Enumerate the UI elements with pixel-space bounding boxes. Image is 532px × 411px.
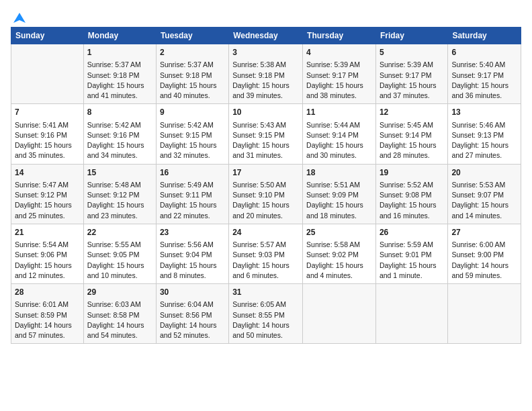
day-info: Sunset: 9:14 PM — [380, 130, 444, 140]
calendar-cell: 16Sunrise: 5:49 AMSunset: 9:11 PMDayligh… — [156, 164, 228, 224]
day-info: Sunrise: 5:45 AM — [380, 120, 444, 130]
day-info: Sunset: 9:16 PM — [15, 130, 80, 140]
day-info: Daylight: 15 hours — [87, 261, 152, 271]
day-info: Daylight: 14 hours — [160, 320, 225, 330]
day-info: and 40 minutes. — [160, 91, 225, 101]
day-info: Daylight: 15 hours — [15, 200, 80, 210]
day-info: Daylight: 15 hours — [380, 200, 444, 210]
day-number: 19 — [380, 167, 444, 179]
day-info: and 27 minutes. — [451, 150, 517, 161]
calendar-cell: 10Sunrise: 5:43 AMSunset: 9:15 PMDayligh… — [229, 104, 303, 164]
day-info: Daylight: 15 hours — [380, 261, 444, 271]
day-info: Sunset: 9:11 PM — [160, 190, 225, 200]
day-info: and 1 minute. — [380, 271, 444, 281]
day-info: and 52 minutes. — [160, 330, 225, 340]
day-number: 15 — [87, 167, 152, 179]
day-info: Sunset: 9:13 PM — [451, 130, 517, 140]
calendar-cell: 9Sunrise: 5:42 AMSunset: 9:15 PMDaylight… — [156, 104, 228, 164]
day-info: Daylight: 15 hours — [160, 200, 225, 210]
calendar-cell: 13Sunrise: 5:46 AMSunset: 9:13 PMDayligh… — [448, 104, 521, 164]
day-number: 30 — [160, 287, 225, 298]
day-number: 18 — [306, 167, 372, 179]
day-info: Sunset: 9:18 PM — [232, 71, 299, 81]
day-number: 22 — [87, 227, 152, 238]
day-info: Sunset: 9:15 PM — [160, 130, 225, 140]
day-number: 28 — [15, 287, 80, 298]
day-info: Daylight: 15 hours — [451, 200, 517, 210]
day-info: Sunrise: 5:50 AM — [232, 180, 299, 190]
page-header — [11, 11, 521, 21]
calendar-cell: 5Sunrise: 5:39 AMSunset: 9:17 PMDaylight… — [375, 44, 447, 104]
calendar-cell: 19Sunrise: 5:52 AMSunset: 9:08 PMDayligh… — [375, 164, 447, 224]
day-info: and 28 minutes. — [380, 150, 444, 161]
header-cell-saturday: Saturday — [448, 28, 521, 44]
day-info: Sunrise: 5:42 AM — [160, 120, 225, 130]
day-info: Daylight: 14 hours — [451, 261, 517, 271]
calendar-cell: 18Sunrise: 5:51 AMSunset: 9:09 PMDayligh… — [303, 164, 376, 224]
week-row-2: 7Sunrise: 5:41 AMSunset: 9:16 PMDaylight… — [11, 104, 521, 164]
day-info: Sunset: 9:12 PM — [87, 190, 152, 200]
calendar-cell: 20Sunrise: 5:53 AMSunset: 9:07 PMDayligh… — [448, 164, 521, 224]
day-number: 2 — [160, 47, 225, 58]
day-number: 13 — [451, 107, 517, 118]
logo — [11, 11, 27, 21]
day-info: and 59 minutes. — [451, 271, 517, 281]
calendar-cell: 22Sunrise: 5:55 AMSunset: 9:05 PMDayligh… — [83, 224, 156, 283]
day-info: Sunrise: 5:58 AM — [306, 240, 372, 250]
calendar-cell — [375, 284, 447, 344]
logo-icon — [12, 11, 27, 26]
day-info: and 32 minutes. — [160, 150, 225, 161]
day-info: and 50 minutes. — [232, 330, 299, 340]
day-info: Sunset: 9:09 PM — [306, 190, 372, 200]
calendar-cell: 17Sunrise: 5:50 AMSunset: 9:10 PMDayligh… — [229, 164, 303, 224]
day-number: 25 — [306, 227, 372, 238]
day-info: and 41 minutes. — [87, 91, 152, 101]
day-info: and 30 minutes. — [306, 150, 372, 161]
day-info: Sunrise: 6:03 AM — [87, 300, 152, 310]
day-number: 3 — [232, 47, 299, 58]
day-info: Sunrise: 6:04 AM — [160, 300, 225, 310]
day-info: and 22 minutes. — [160, 211, 225, 221]
day-info: Daylight: 15 hours — [451, 81, 517, 91]
header-cell-tuesday: Tuesday — [156, 28, 228, 44]
day-info: Sunset: 9:16 PM — [87, 130, 152, 140]
day-number: 27 — [451, 227, 517, 238]
day-info: Sunset: 9:07 PM — [451, 190, 517, 200]
day-info: Sunrise: 5:52 AM — [380, 180, 444, 190]
day-info: Sunrise: 5:53 AM — [451, 180, 517, 190]
day-info: Sunrise: 5:37 AM — [87, 60, 152, 70]
day-number: 1 — [87, 47, 152, 58]
day-info: Sunset: 9:06 PM — [15, 250, 80, 260]
day-number: 6 — [451, 47, 517, 58]
calendar-cell: 15Sunrise: 5:48 AMSunset: 9:12 PMDayligh… — [83, 164, 156, 224]
day-info: and 16 minutes. — [380, 211, 444, 221]
day-info: Sunset: 8:56 PM — [160, 310, 225, 320]
day-info: Sunrise: 5:49 AM — [160, 180, 225, 190]
calendar-cell: 29Sunrise: 6:03 AMSunset: 8:58 PMDayligh… — [83, 284, 156, 344]
day-info: Sunset: 9:17 PM — [451, 71, 517, 81]
day-info: Daylight: 15 hours — [87, 200, 152, 210]
day-info: Sunrise: 5:59 AM — [380, 240, 444, 250]
day-info: Daylight: 14 hours — [87, 320, 152, 330]
day-info: Daylight: 15 hours — [306, 200, 372, 210]
day-info: and 57 minutes. — [15, 330, 80, 340]
day-info: Sunrise: 5:40 AM — [451, 60, 517, 70]
day-info: Daylight: 15 hours — [380, 81, 444, 91]
day-info: Sunset: 9:04 PM — [160, 250, 225, 260]
header-cell-monday: Monday — [83, 28, 156, 44]
calendar-cell — [303, 284, 376, 344]
day-info: and 36 minutes. — [451, 91, 517, 101]
day-info: Sunrise: 5:39 AM — [306, 60, 372, 70]
calendar-cell: 11Sunrise: 5:44 AMSunset: 9:14 PMDayligh… — [303, 104, 376, 164]
day-info: Daylight: 15 hours — [232, 261, 299, 271]
day-info: and 12 minutes. — [15, 271, 80, 281]
day-number: 21 — [15, 227, 80, 238]
day-number: 7 — [15, 107, 80, 118]
calendar-header: SundayMondayTuesdayWednesdayThursdayFrid… — [11, 28, 521, 44]
day-info: Sunset: 9:17 PM — [380, 71, 444, 81]
day-info: Sunset: 9:08 PM — [380, 190, 444, 200]
calendar-cell: 2Sunrise: 5:37 AMSunset: 9:18 PMDaylight… — [156, 44, 228, 104]
day-info: and 25 minutes. — [15, 211, 80, 221]
day-info: Sunset: 9:18 PM — [160, 71, 225, 81]
day-info: Daylight: 15 hours — [232, 200, 299, 210]
